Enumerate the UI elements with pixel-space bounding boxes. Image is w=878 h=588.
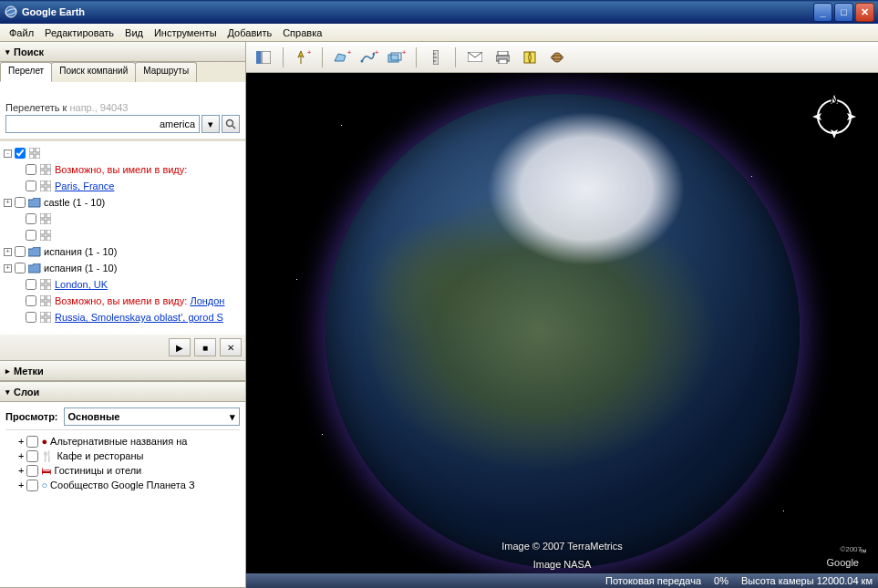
menu-file[interactable]: Файл — [4, 26, 39, 40]
expand-toggle[interactable]: + — [4, 248, 12, 256]
result-label[interactable]: Russia, Smolenskaya oblast', gorod S — [55, 312, 223, 323]
menu-tools[interactable]: Инструменты — [149, 26, 222, 40]
result-checkbox[interactable] — [15, 148, 26, 159]
layer-checkbox[interactable] — [26, 436, 38, 448]
result-row: +castle (1 - 10) — [4, 194, 242, 211]
expand-toggle[interactable]: + — [4, 264, 12, 273]
svg-rect-10 — [40, 170, 45, 175]
result-checkbox[interactable] — [15, 263, 26, 273]
result-checkbox[interactable] — [26, 279, 36, 290]
globe-viewport[interactable]: N Image © 2007 TerraMetrics Image NASA ©… — [246, 73, 878, 588]
layer-label[interactable]: Альтернативные названия на — [50, 436, 187, 447]
add-polygon-button[interactable]: + — [330, 46, 354, 69]
svg-rect-37 — [262, 51, 271, 64]
places-panel: ▸ Метки — [0, 361, 245, 382]
result-label[interactable]: Paris, France — [55, 181, 114, 191]
layer-icon: ● — [41, 436, 47, 447]
menu-view[interactable]: Вид — [119, 26, 149, 40]
tab-directions[interactable]: Маршруты — [135, 62, 197, 82]
result-label: Возможно, вы имели в виду: Лондон — [55, 295, 224, 306]
tab-flyto[interactable]: Перелет — [0, 62, 52, 82]
ruler-button[interactable] — [424, 46, 448, 69]
expand-toggle[interactable]: - — [4, 150, 12, 158]
search-history-dropdown[interactable]: ▾ — [201, 115, 220, 133]
expand-toggle[interactable]: + — [18, 480, 24, 490]
svg-rect-32 — [40, 312, 45, 316]
expand-toggle[interactable]: + — [4, 199, 12, 207]
search-tabs: Перелет Поиск компаний Маршруты — [0, 62, 245, 82]
search-button[interactable] — [222, 115, 240, 133]
earth-globe[interactable] — [325, 94, 800, 568]
layers-panel-header[interactable]: ▾ Слои — [0, 382, 245, 402]
search-input[interactable] — [5, 115, 200, 133]
planet-button[interactable] — [545, 46, 569, 69]
print-button[interactable] — [491, 46, 514, 69]
attribution-text: Image © 2007 TerraMetrics — [501, 541, 623, 552]
result-checkbox[interactable] — [26, 213, 36, 224]
add-placemark-button[interactable]: + — [291, 46, 315, 69]
svg-rect-9 — [46, 164, 51, 169]
svg-rect-18 — [40, 220, 45, 224]
stop-button[interactable]: ■ — [194, 338, 216, 356]
svg-rect-51 — [499, 59, 507, 64]
minimize-button[interactable]: _ — [813, 3, 832, 22]
search-controls: ▶ ■ ✕ — [0, 335, 245, 360]
layer-checkbox[interactable] — [26, 450, 38, 462]
compass-icon[interactable]: N — [809, 91, 860, 142]
titlebar: Google Earth _ □ ✕ — [0, 0, 878, 24]
places-panel-header[interactable]: ▸ Метки — [0, 361, 245, 381]
svg-rect-29 — [46, 295, 51, 300]
search-results: -+Возможно, вы имели в виду:+Paris, Fran… — [0, 139, 245, 335]
svg-rect-26 — [40, 285, 45, 290]
layer-checkbox[interactable] — [26, 465, 38, 477]
svg-rect-42 — [388, 55, 398, 62]
expand-icon: ▸ — [5, 366, 10, 376]
layers-view-select[interactable]: Основные ▾ — [64, 407, 240, 426]
result-checkbox[interactable] — [26, 230, 36, 241]
layer-label[interactable]: Гостиницы и отели — [54, 465, 141, 476]
menu-add[interactable]: Добавить — [222, 26, 278, 40]
result-checkbox[interactable] — [15, 197, 26, 208]
toggle-sidebar-button[interactable] — [252, 46, 275, 69]
svg-rect-27 — [46, 285, 51, 290]
svg-point-2 — [226, 119, 232, 126]
layer-checkbox[interactable] — [26, 480, 38, 491]
svg-rect-21 — [46, 230, 51, 234]
menu-help[interactable]: Справка — [277, 26, 327, 40]
expand-toggle: + — [18, 436, 24, 447]
add-path-button[interactable]: + — [357, 46, 381, 69]
svg-rect-15 — [46, 187, 51, 191]
svg-rect-14 — [40, 187, 45, 191]
clear-button[interactable]: ✕ — [220, 338, 242, 356]
add-overlay-button[interactable]: + — [385, 46, 408, 69]
folder-icon — [28, 262, 41, 274]
close-button[interactable]: ✕ — [855, 3, 874, 22]
svg-rect-52 — [524, 52, 535, 63]
result-row: +Russia, Smolenskaya oblast', gorod S — [4, 309, 242, 325]
result-checkbox[interactable] — [26, 295, 36, 306]
result-checkbox[interactable] — [26, 312, 36, 323]
tab-business[interactable]: Поиск компаний — [51, 62, 136, 82]
layers-view-label: Просмотр: — [5, 411, 58, 422]
result-link[interactable]: Лондон — [190, 295, 224, 306]
menu-edit[interactable]: Редактировать — [39, 26, 119, 40]
expand-toggle: + — [18, 465, 24, 476]
expand-toggle[interactable]: + — [18, 450, 24, 461]
email-button[interactable] — [463, 46, 487, 69]
result-label[interactable]: London, UK — [55, 279, 108, 290]
play-button[interactable]: ▶ — [169, 338, 191, 356]
result-checkbox[interactable] — [26, 164, 36, 175]
result-checkbox[interactable] — [26, 181, 36, 191]
search-panel-header[interactable]: ▾ Поиск — [0, 42, 245, 62]
svg-marker-39 — [335, 54, 346, 61]
web-button[interactable] — [518, 46, 542, 69]
layer-label[interactable]: Сообщество Google Планета З — [50, 480, 195, 490]
collapse-icon: ▾ — [5, 387, 10, 397]
result-checkbox[interactable] — [15, 246, 26, 257]
flyto-label: Перелететь к напр., 94043 — [5, 102, 240, 113]
attribution-text-2: Image NASA — [533, 559, 592, 570]
grid-icon — [39, 311, 52, 324]
maximize-button[interactable]: □ — [834, 3, 853, 22]
svg-rect-13 — [46, 181, 51, 185]
layer-label[interactable]: Кафе и рестораны — [57, 450, 143, 461]
